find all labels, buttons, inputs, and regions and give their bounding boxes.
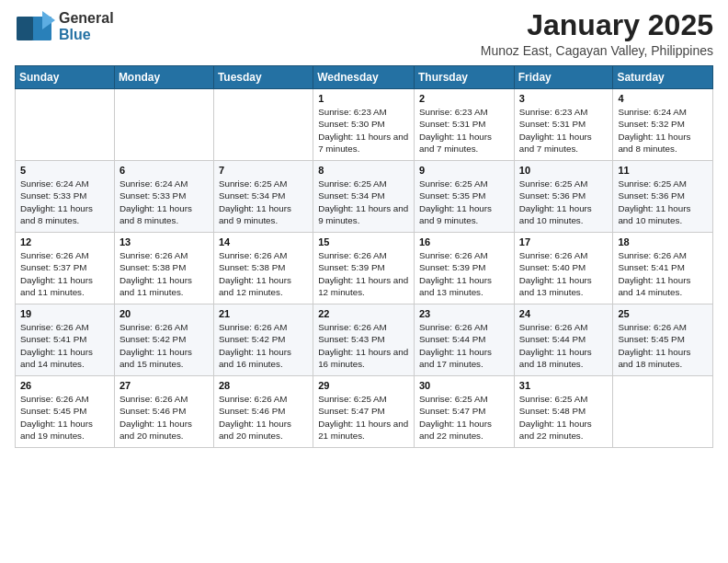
table-row: 29 Sunrise: 6:25 AMSunset: 5:47 PMDaylig… (313, 376, 415, 448)
day-number: 8 (318, 165, 409, 176)
day-number: 3 (519, 93, 609, 104)
day-info: Sunrise: 6:26 AMSunset: 5:41 PMDaylight:… (618, 249, 708, 298)
calendar-table: Sunday Monday Tuesday Wednesday Thursday… (15, 65, 713, 448)
table-row: 6 Sunrise: 6:24 AMSunset: 5:33 PMDayligh… (114, 161, 213, 233)
location-title: Munoz East, Cagayan Valley, Philippines (481, 43, 713, 58)
title-block: January 2025 Munoz East, Cagayan Valley,… (481, 9, 713, 58)
table-row: 15 Sunrise: 6:26 AMSunset: 5:39 PMDaylig… (313, 233, 415, 304)
day-info: Sunrise: 6:25 AMSunset: 5:35 PMDaylight:… (419, 178, 509, 226)
table-row: 25 Sunrise: 6:26 AMSunset: 5:45 PMDaylig… (613, 304, 713, 376)
header-thursday: Thursday (415, 66, 515, 89)
table-row: 2 Sunrise: 6:23 AMSunset: 5:31 PMDayligh… (415, 89, 515, 161)
logo-text: General Blue (59, 10, 114, 42)
day-info: Sunrise: 6:26 AMSunset: 5:42 PMDaylight:… (219, 321, 308, 370)
day-info: Sunrise: 6:24 AMSunset: 5:33 PMDaylight:… (20, 178, 109, 226)
day-info: Sunrise: 6:26 AMSunset: 5:46 PMDaylight:… (119, 393, 209, 442)
day-number: 10 (519, 165, 609, 176)
day-info: Sunrise: 6:26 AMSunset: 5:39 PMDaylight:… (419, 249, 509, 298)
table-row: 24 Sunrise: 6:26 AMSunset: 5:44 PMDaylig… (514, 304, 613, 376)
table-row: 22 Sunrise: 6:26 AMSunset: 5:43 PMDaylig… (313, 304, 415, 376)
day-number: 7 (219, 165, 308, 176)
calendar-header-row: Sunday Monday Tuesday Wednesday Thursday… (16, 66, 713, 89)
day-number: 6 (119, 165, 209, 176)
day-number: 13 (119, 236, 209, 247)
table-row: 17 Sunrise: 6:26 AMSunset: 5:40 PMDaylig… (514, 233, 613, 304)
day-info: Sunrise: 6:26 AMSunset: 5:38 PMDaylight:… (219, 249, 308, 298)
month-title: January 2025 (481, 9, 713, 41)
day-info: Sunrise: 6:25 AMSunset: 5:36 PMDaylight:… (519, 178, 609, 226)
table-row: 27 Sunrise: 6:26 AMSunset: 5:46 PMDaylig… (114, 376, 213, 448)
logo: General Blue (15, 9, 114, 44)
table-row: 19 Sunrise: 6:26 AMSunset: 5:41 PMDaylig… (16, 304, 115, 376)
day-number: 23 (419, 308, 509, 319)
day-info: Sunrise: 6:26 AMSunset: 5:43 PMDaylight:… (318, 321, 409, 370)
table-row: 28 Sunrise: 6:26 AMSunset: 5:46 PMDaylig… (213, 376, 313, 448)
calendar-week-row: 12 Sunrise: 6:26 AMSunset: 5:37 PMDaylig… (16, 233, 713, 304)
day-number: 26 (20, 380, 109, 391)
table-row: 10 Sunrise: 6:25 AMSunset: 5:36 PMDaylig… (514, 161, 613, 233)
table-row: 8 Sunrise: 6:25 AMSunset: 5:34 PMDayligh… (313, 161, 415, 233)
table-row: 20 Sunrise: 6:26 AMSunset: 5:42 PMDaylig… (114, 304, 213, 376)
day-info: Sunrise: 6:26 AMSunset: 5:44 PMDaylight:… (519, 321, 609, 370)
header-tuesday: Tuesday (213, 66, 313, 89)
header-saturday: Saturday (613, 66, 713, 89)
day-info: Sunrise: 6:26 AMSunset: 5:38 PMDaylight:… (119, 249, 209, 298)
day-info: Sunrise: 6:25 AMSunset: 5:34 PMDaylight:… (318, 178, 409, 226)
day-info: Sunrise: 6:23 AMSunset: 5:31 PMDaylight:… (419, 106, 509, 155)
day-info: Sunrise: 6:26 AMSunset: 5:45 PMDaylight:… (20, 393, 109, 442)
table-row: 13 Sunrise: 6:26 AMSunset: 5:38 PMDaylig… (114, 233, 213, 304)
header-monday: Monday (114, 66, 213, 89)
table-row: 5 Sunrise: 6:24 AMSunset: 5:33 PMDayligh… (16, 161, 115, 233)
table-row (213, 89, 313, 161)
svg-rect-1 (17, 17, 33, 40)
logo-icon (15, 9, 55, 44)
day-number: 1 (318, 93, 409, 104)
day-info: Sunrise: 6:26 AMSunset: 5:44 PMDaylight:… (419, 321, 509, 370)
calendar-week-row: 5 Sunrise: 6:24 AMSunset: 5:33 PMDayligh… (16, 161, 713, 233)
table-row: 12 Sunrise: 6:26 AMSunset: 5:37 PMDaylig… (16, 233, 115, 304)
table-row (16, 89, 115, 161)
day-number: 29 (318, 380, 409, 391)
day-info: Sunrise: 6:25 AMSunset: 5:36 PMDaylight:… (618, 178, 708, 226)
day-number: 24 (519, 308, 609, 319)
day-number: 20 (119, 308, 209, 319)
header-friday: Friday (514, 66, 613, 89)
day-number: 2 (419, 93, 509, 104)
table-row: 3 Sunrise: 6:23 AMSunset: 5:31 PMDayligh… (514, 89, 613, 161)
table-row: 7 Sunrise: 6:25 AMSunset: 5:34 PMDayligh… (213, 161, 313, 233)
calendar-week-row: 26 Sunrise: 6:26 AMSunset: 5:45 PMDaylig… (16, 376, 713, 448)
table-row: 26 Sunrise: 6:26 AMSunset: 5:45 PMDaylig… (16, 376, 115, 448)
day-number: 31 (519, 380, 609, 391)
day-info: Sunrise: 6:25 AMSunset: 5:34 PMDaylight:… (219, 178, 308, 226)
day-number: 15 (318, 236, 409, 247)
day-info: Sunrise: 6:25 AMSunset: 5:47 PMDaylight:… (318, 393, 409, 442)
day-number: 22 (318, 308, 409, 319)
table-row (114, 89, 213, 161)
header: General Blue January 2025 Munoz East, Ca… (15, 9, 713, 58)
table-row: 18 Sunrise: 6:26 AMSunset: 5:41 PMDaylig… (613, 233, 713, 304)
header-wednesday: Wednesday (313, 66, 415, 89)
day-number: 12 (20, 236, 109, 247)
day-number: 17 (519, 236, 609, 247)
day-info: Sunrise: 6:24 AMSunset: 5:32 PMDaylight:… (618, 106, 708, 155)
table-row: 23 Sunrise: 6:26 AMSunset: 5:44 PMDaylig… (415, 304, 515, 376)
table-row: 11 Sunrise: 6:25 AMSunset: 5:36 PMDaylig… (613, 161, 713, 233)
table-row: 9 Sunrise: 6:25 AMSunset: 5:35 PMDayligh… (415, 161, 515, 233)
day-info: Sunrise: 6:25 AMSunset: 5:48 PMDaylight:… (519, 393, 609, 442)
day-number: 11 (618, 165, 708, 176)
table-row: 30 Sunrise: 6:25 AMSunset: 5:47 PMDaylig… (415, 376, 515, 448)
table-row (613, 376, 713, 448)
header-sunday: Sunday (16, 66, 115, 89)
day-number: 30 (419, 380, 509, 391)
day-number: 16 (419, 236, 509, 247)
table-row: 14 Sunrise: 6:26 AMSunset: 5:38 PMDaylig… (213, 233, 313, 304)
day-number: 27 (119, 380, 209, 391)
day-number: 28 (219, 380, 308, 391)
day-info: Sunrise: 6:24 AMSunset: 5:33 PMDaylight:… (119, 178, 209, 226)
table-row: 31 Sunrise: 6:25 AMSunset: 5:48 PMDaylig… (514, 376, 613, 448)
day-number: 19 (20, 308, 109, 319)
day-info: Sunrise: 6:26 AMSunset: 5:46 PMDaylight:… (219, 393, 308, 442)
table-row: 21 Sunrise: 6:26 AMSunset: 5:42 PMDaylig… (213, 304, 313, 376)
day-number: 5 (20, 165, 109, 176)
day-number: 18 (618, 236, 708, 247)
